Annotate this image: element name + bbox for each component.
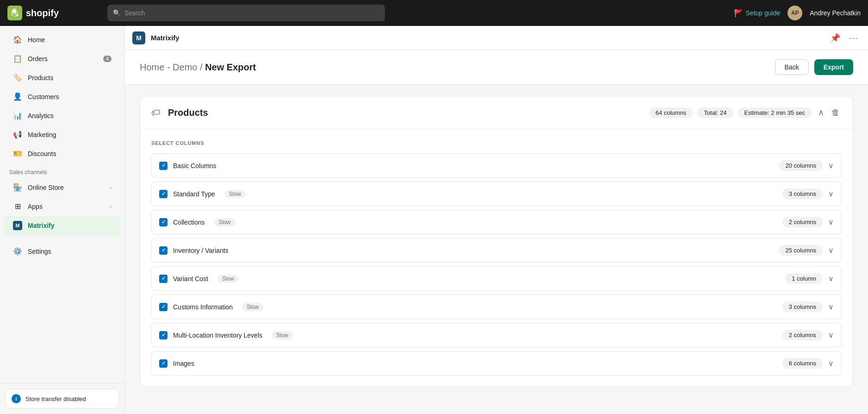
checkbox-area: Customs Information Slow <box>159 303 782 311</box>
sidebar-item-online-store[interactable]: 🏪 Online Store › <box>4 178 121 196</box>
basic-columns-checkbox[interactable] <box>159 162 167 170</box>
search-input[interactable] <box>124 9 379 17</box>
store-icon: 🏪 <box>13 183 22 192</box>
col-count: 2 columns <box>782 217 823 227</box>
standard-type-checkbox[interactable] <box>159 190 167 198</box>
expand-button[interactable]: ∨ <box>828 246 834 255</box>
expand-button[interactable]: ∨ <box>828 189 834 198</box>
checkbox-area: Collections Slow <box>159 218 782 226</box>
store-transfer-banner: i Store transfer disabled <box>6 389 119 408</box>
export-button[interactable]: Export <box>814 59 853 75</box>
discounts-icon: 🎫 <box>13 149 22 158</box>
sidebar-item-customers[interactable]: 👤 Customers <box>4 88 121 106</box>
col-label: Collections <box>173 219 205 226</box>
collapse-button[interactable]: ∧ <box>816 106 826 119</box>
sidebar: 🏠 Home 📋 Orders 4 🏷️ Products 👤 Customer… <box>0 26 125 414</box>
sidebar-footer: i Store transfer disabled <box>0 383 124 414</box>
logo-text: shopify <box>26 8 59 19</box>
setup-guide-button[interactable]: 🚩 Setup guide <box>734 9 781 18</box>
logo-area: shopify <box>7 6 100 20</box>
expand-button[interactable]: ∨ <box>828 331 834 339</box>
checkbox-area: Standard Type Slow <box>159 190 782 198</box>
search-bar[interactable]: 🔍 <box>107 5 385 21</box>
sidebar-item-matrixify[interactable]: M Matrixify <box>4 216 121 235</box>
page-actions: Back Export <box>775 59 853 75</box>
sidebar-nav: 🏠 Home 📋 Orders 4 🏷️ Products 👤 Customer… <box>0 26 124 383</box>
home-icon: 🏠 <box>13 35 22 44</box>
app-bar-name: Matrixify <box>151 34 180 42</box>
sidebar-item-orders[interactable]: 📋 Orders 4 <box>4 50 121 68</box>
estimate-badge: Estimate: 2 min 35 sec <box>738 107 812 118</box>
sidebar-item-label: Online Store <box>28 184 64 191</box>
setup-guide-label: Setup guide <box>746 9 781 17</box>
products-icon: 🏷️ <box>13 73 22 82</box>
col-count: 20 columns <box>779 160 823 171</box>
card-actions: ∧ 🗑 <box>816 106 842 119</box>
header-right: 🚩 Setup guide AP Andrey Pechatkin <box>734 6 861 20</box>
checkbox-area: Inventory / Variants <box>159 246 779 255</box>
back-button[interactable]: Back <box>775 59 809 75</box>
avatar[interactable]: AP <box>787 6 802 20</box>
sidebar-item-analytics[interactable]: 📊 Analytics <box>4 107 121 125</box>
multi-location-checkbox[interactable] <box>159 331 167 339</box>
checkbox-area: Multi-Location Inventory Levels Slow <box>159 331 782 339</box>
select-columns-label: SELECT COLUMNS <box>151 140 842 146</box>
chevron-right-icon: › <box>110 184 112 191</box>
slow-badge: Slow <box>242 303 263 311</box>
col-count: 1 column <box>785 273 823 284</box>
sidebar-item-label: Home <box>28 36 45 44</box>
sidebar-item-label: Marketing <box>28 131 56 138</box>
sidebar-item-label: Apps <box>28 203 43 210</box>
more-button[interactable]: ⋯ <box>847 31 861 45</box>
inventory-variants-checkbox[interactable] <box>159 246 167 255</box>
delete-button[interactable]: 🗑 <box>830 106 842 119</box>
main-content: 🏷 Products 64 columns Total: 24 Estimate… <box>125 85 868 414</box>
sidebar-item-label: Settings <box>28 248 51 255</box>
user-name: Andrey Pechatkin <box>810 9 861 17</box>
store-transfer-label: Store transfer disabled <box>25 395 86 402</box>
expand-button[interactable]: ∨ <box>828 302 834 311</box>
sidebar-item-products[interactable]: 🏷️ Products <box>4 69 121 87</box>
sidebar-item-apps[interactable]: ⊞ Apps › <box>4 197 121 215</box>
expand-button[interactable]: ∨ <box>828 359 834 368</box>
variant-cost-checkbox[interactable] <box>159 275 167 283</box>
expand-button[interactable]: ∨ <box>828 218 834 226</box>
orders-badge: 4 <box>103 56 112 62</box>
expand-button[interactable]: ∨ <box>828 274 834 283</box>
card-body: SELECT COLUMNS Basic Columns 20 columns … <box>140 129 853 387</box>
sidebar-item-label: Analytics <box>28 112 54 119</box>
search-icon: 🔍 <box>113 9 121 17</box>
sidebar-item-home[interactable]: 🏠 Home <box>4 31 121 49</box>
page-header: Home - Demo / New Export Back Export <box>125 50 868 85</box>
settings-icon: ⚙️ <box>13 247 22 256</box>
sidebar-item-marketing[interactable]: 📢 Marketing <box>4 125 121 144</box>
checkbox-area: Images <box>159 359 782 368</box>
app-bar-actions: 📌 ⋯ <box>827 31 861 45</box>
sidebar-item-discounts[interactable]: 🎫 Discounts <box>4 144 121 163</box>
slow-badge: Slow <box>217 275 239 283</box>
col-count: 6 columns <box>782 358 823 369</box>
breadcrumb-path: Home - Demo / <box>140 62 205 72</box>
sidebar-item-settings[interactable]: ⚙️ Settings <box>4 242 121 260</box>
slow-badge: Slow <box>224 190 246 198</box>
orders-icon: 📋 <box>13 54 22 63</box>
sidebar-item-label: Orders <box>28 55 48 63</box>
column-row: Basic Columns 20 columns ∨ <box>151 153 842 178</box>
app-bar-logo: M <box>132 31 145 44</box>
columns-count-badge: 64 columns <box>649 107 693 118</box>
col-label: Images <box>173 360 194 367</box>
column-row: Standard Type Slow 3 columns ∨ <box>151 182 842 206</box>
images-checkbox[interactable] <box>159 359 167 368</box>
card-header-badges: 64 columns Total: 24 Estimate: 2 min 35 … <box>649 106 842 119</box>
content-area: M Matrixify 📌 ⋯ Home - Demo / New Export… <box>125 26 868 414</box>
pin-button[interactable]: 📌 <box>827 31 843 45</box>
flag-icon: 🚩 <box>734 9 743 18</box>
sidebar-item-label: Matrixify <box>28 222 55 229</box>
customs-information-checkbox[interactable] <box>159 303 167 311</box>
sales-channels-label: Sales channels <box>0 163 124 177</box>
col-count: 3 columns <box>782 188 823 199</box>
slow-badge: Slow <box>214 218 235 226</box>
collections-checkbox[interactable] <box>159 218 167 226</box>
column-row: Customs Information Slow 3 columns ∨ <box>151 295 842 319</box>
expand-button[interactable]: ∨ <box>828 161 834 170</box>
